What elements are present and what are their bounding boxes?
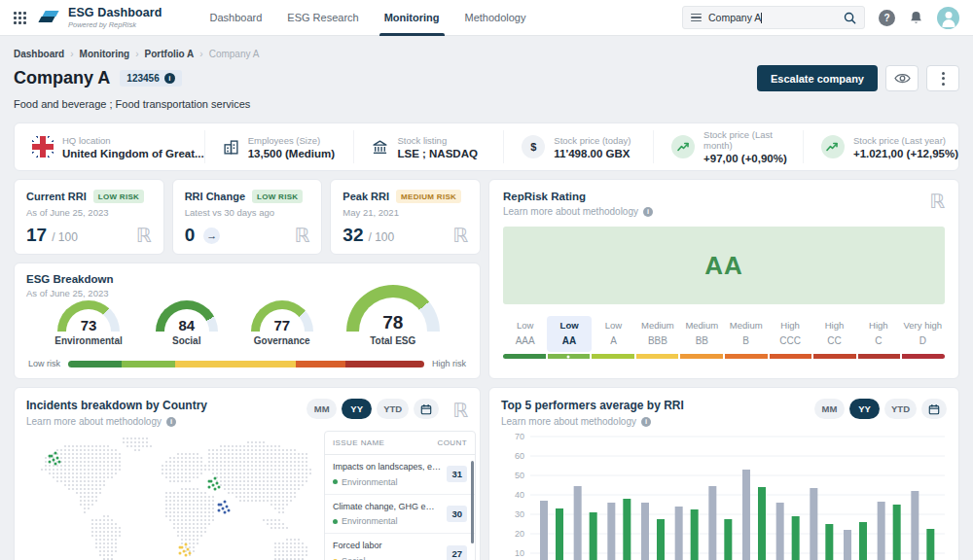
table-scrollbar[interactable] [471, 461, 474, 543]
gauge-environmental: 73Environmental [54, 300, 122, 346]
stat-label: Stock price (Last month) [703, 129, 803, 151]
y-axis-tick-label: 70 [515, 432, 524, 441]
rating-scale-a[interactable]: LowA [592, 316, 635, 352]
rating-scale-bb[interactable]: MediumBB [680, 316, 724, 352]
search-input[interactable]: Company A [682, 6, 865, 29]
issue-row[interactable]: Forced laborSocial27 [325, 534, 475, 560]
rating-scale-aa[interactable]: LowAA [547, 316, 591, 352]
breadcrumb-separator: › [70, 49, 73, 59]
rri-value: 17 [26, 225, 47, 246]
info-icon[interactable]: i [164, 73, 175, 84]
issues-table: ISSUE NAME COUNT Impacts on landscapes, … [324, 431, 476, 560]
help-icon[interactable]: ? [879, 10, 895, 26]
rating-scale-aaa[interactable]: LowAAA [503, 316, 547, 352]
stat-label: Stock listing [397, 135, 477, 146]
calendar-button[interactable] [921, 399, 947, 419]
stat-employees-size-: Employees (Size)13,500 (Medium) [204, 130, 354, 163]
bar-green-6 [724, 519, 732, 560]
incident-cluster-dot [208, 486, 211, 489]
apps-grid-icon[interactable] [14, 12, 26, 24]
rating-grade: AAA [503, 335, 547, 346]
rating-level: Medium [680, 320, 724, 331]
breadcrumb-separator: › [199, 49, 202, 59]
search-icon[interactable] [844, 12, 856, 24]
nav-item-monitoring[interactable]: Monitoring [372, 0, 452, 36]
bar-gray-4 [641, 503, 649, 560]
nav-item-methodology[interactable]: Methodology [452, 0, 539, 36]
top5-bar-chart: 706050403020100 [501, 429, 947, 560]
rating-scale-b[interactable]: MediumB [724, 316, 768, 352]
app-subtitle: Powered by RepRisk [68, 20, 162, 29]
calendar-icon [928, 403, 940, 415]
stat-label: HQ location [62, 135, 204, 146]
rating-level: High [856, 320, 900, 331]
gauge-label: Environmental [54, 335, 122, 346]
calendar-icon [420, 403, 432, 415]
issue-row[interactable]: Climate change, GHG emissions, and gl...… [325, 495, 475, 535]
incident-cluster-dot [214, 488, 217, 491]
y-axis-tick-label: 40 [515, 490, 524, 500]
bar-gray-1 [540, 501, 548, 560]
esg-breakdown-title: ESG Breakdown [26, 273, 468, 285]
calendar-button[interactable] [414, 399, 439, 419]
stat-label: Stock price (today) [554, 135, 631, 146]
toggle-yy[interactable]: YY [342, 399, 372, 419]
top5-learn-more-link[interactable]: Learn more about methodology i [501, 416, 814, 427]
rating-scale-d[interactable]: Very highD [901, 316, 945, 352]
issue-name: Forced labor [333, 541, 441, 552]
bell-icon[interactable] [909, 10, 923, 25]
stat-label: Stock price (Last year) [853, 135, 958, 146]
bar-green-2 [590, 512, 597, 560]
breadcrumb-item[interactable]: Portfolio A [145, 49, 195, 59]
building-icon [223, 139, 239, 156]
rating-scale-cc[interactable]: HighCC [812, 316, 856, 352]
toggle-mm[interactable]: MM [306, 399, 337, 419]
learn-more-label: Learn more about methodology [503, 206, 638, 217]
more-options-button[interactable] [926, 65, 959, 91]
user-avatar[interactable] [937, 7, 959, 29]
toggle-ytd[interactable]: YTD [884, 399, 917, 419]
incidents-period-toggle: MMYYYTD [306, 399, 439, 419]
top5-title: Top 5 performers average by RRI [501, 399, 814, 412]
rating-grade: C [856, 335, 900, 346]
peak-rri-card: Peak RRIMEDIUM RISKMay 21, 202132/ 100ℝ [330, 179, 481, 255]
rating-learn-more-link[interactable]: Learn more about methodology i [503, 206, 945, 217]
rating-scale-bbb[interactable]: MediumBBB [635, 316, 679, 352]
watch-button[interactable] [885, 65, 919, 91]
rri-denominator: / 100 [52, 230, 78, 244]
breadcrumb-item[interactable]: Monitoring [80, 49, 130, 59]
bar-green-12 [926, 529, 934, 560]
incident-cluster-dot [185, 543, 188, 546]
escalate-company-button[interactable]: Escalate company [757, 65, 878, 91]
rating-scale-c[interactable]: HighC [856, 316, 900, 352]
issue-category: Environmental [333, 516, 441, 526]
toggle-ytd[interactable]: YTD [377, 399, 409, 419]
incident-cluster-dot [54, 463, 57, 466]
incident-cluster-dot [53, 459, 55, 462]
bank-icon [372, 139, 388, 156]
toggle-yy[interactable]: YY [849, 399, 880, 419]
issue-row[interactable]: Impacts on landscapes, ecosystems an...E… [325, 455, 475, 495]
incident-cluster-dot [224, 511, 227, 514]
rri-denominator: / 100 [368, 230, 394, 244]
rri-card-title: Current RRI [26, 191, 87, 202]
rating-scale: LowAAALowAALowAMediumBBBMediumBBMediumBH… [503, 316, 945, 352]
breadcrumb-item[interactable]: Dashboard [14, 49, 64, 59]
incident-cluster-dot [214, 477, 217, 480]
rating-grade: BBB [635, 335, 679, 346]
bar-green-9 [825, 524, 833, 560]
learn-more-label: Learn more about methodology [26, 416, 162, 427]
reprisk-logo-icon: ℝ [452, 226, 468, 245]
issue-count-badge: 27 [447, 545, 467, 560]
incident-cluster-dot [226, 506, 229, 508]
issue-category: Social [333, 556, 441, 560]
nav-item-esg-research[interactable]: ESG Research [274, 0, 371, 36]
toggle-mm[interactable]: MM [814, 399, 845, 419]
issue-category: Environmental [333, 477, 441, 487]
search-filter-icon[interactable] [691, 14, 702, 22]
stat-value: 11'498.00 GBX [554, 148, 631, 159]
incidents-learn-more-link[interactable]: Learn more about methodology i [26, 416, 306, 427]
nav-item-dashboard[interactable]: Dashboard [197, 0, 274, 36]
rating-level: High [812, 320, 856, 331]
rating-scale-ccc[interactable]: HighCCC [768, 316, 811, 352]
